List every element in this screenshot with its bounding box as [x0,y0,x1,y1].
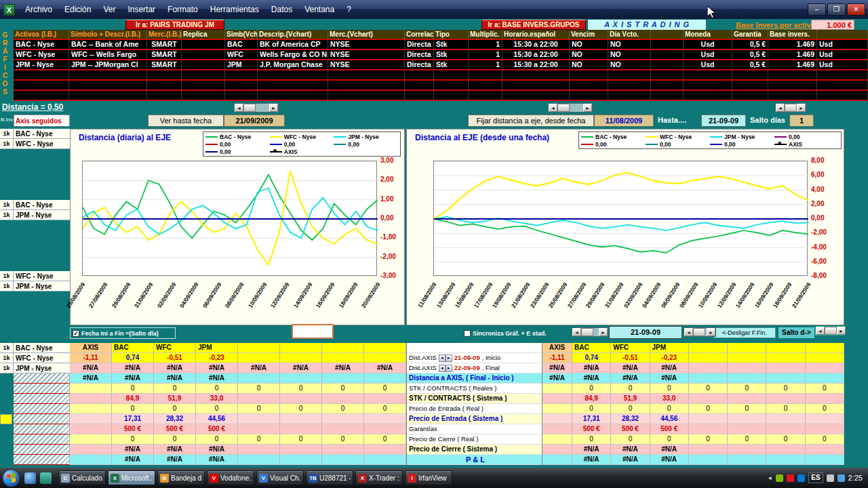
taskbar-button[interactable]: IIrfanView [405,470,452,485]
sincroniza-checkbox[interactable]: Sincroniza Gráf. + E stad. [461,327,563,339]
menu-item-formato[interactable]: Formato [161,2,204,17]
spin-right-icon[interactable]: ► [446,365,452,372]
sync-date-input[interactable]: 21-09-09 [609,326,682,339]
close-button[interactable]: ✕ [847,3,865,16]
scroll-left-icon[interactable]: ◄ [684,328,693,336]
stat-cell [280,373,322,384]
scrollbar[interactable]: ◄► [548,103,593,113]
taskbar-button[interactable]: XX-Trader :... [355,470,403,485]
stat-row-label: STK / CONTRACTS ( Sistema ) [407,394,542,404]
goto-base-invers-button[interactable]: Ir a: BASE INVERS.GRUPOS [481,20,586,30]
base-invers-value-cell[interactable]: 1.000 € [811,20,854,30]
fijar-distancia-input[interactable]: 11/08/2009 [594,115,654,127]
axis-trading-banner: A X I S T R A D I N G [587,19,707,30]
scroll-left-icon[interactable]: ◄ [776,104,785,112]
scroll-left-icon[interactable]: ◄ [549,104,557,112]
taskbar-button[interactable]: VVisual Ch... [256,470,304,485]
stat-cell: 0 [689,434,728,445]
scroll-right-icon[interactable]: ► [837,327,846,335]
date-spinner[interactable]: ◄► [439,365,452,372]
taskbar-button[interactable]: CCalculado... [58,470,106,485]
scroll-right-icon[interactable]: ► [599,328,608,336]
menu-item-edicin[interactable]: Edición [58,2,97,17]
taskbar-button[interactable]: BBandeja d... [157,470,205,485]
scroll-thumb[interactable] [693,328,705,336]
taskbar-button[interactable]: XMicrosoft... [108,470,155,485]
pair-name: BAC - Nyse [14,129,70,138]
fecha-ini-fin-checkbox[interactable]: ✓ Fecha Ini a Fin =(Salto día) [70,327,176,339]
spin-right-icon[interactable]: ► [446,354,452,362]
stat-cell: 500 € [196,424,238,434]
scroll-track[interactable] [581,328,599,336]
table-cell [817,91,868,101]
scroll-left-icon[interactable]: ◄ [816,327,825,335]
scroll-right-icon[interactable]: ► [583,104,592,112]
scroll-thumb[interactable] [581,328,593,336]
menu-item-datos[interactable]: Datos [265,2,298,17]
selected-cell[interactable] [292,324,334,339]
desligar-ffin-button[interactable]: <-Desligar F.Fin. [713,327,776,338]
quick-launch-desktop-icon[interactable] [40,472,52,484]
menu-item-ver[interactable]: Ver [97,2,121,17]
menu-item-?[interactable]: ? [340,2,357,17]
legend-item: 0,00 [334,140,398,148]
scroll-track[interactable] [693,328,707,336]
taskbar-button[interactable]: VVodafone... [207,470,254,485]
clock[interactable]: 2:25 [848,474,863,482]
scrollbar[interactable]: ◄► [572,327,608,337]
table-cell: NO [608,50,651,60]
scroll-thumb[interactable] [785,104,797,112]
scroll-track[interactable] [785,104,797,112]
spin-left-icon[interactable]: ◄ [439,354,446,362]
scroll-thumb[interactable] [825,327,837,335]
date-spinner[interactable]: ◄► [439,354,452,362]
salto-dias-input[interactable]: 1 [789,115,814,127]
stat-cell: #N/A [542,373,572,384]
checkbox-unchecked-icon[interactable] [464,330,471,337]
stat-cell: #N/A [322,363,364,373]
table-cell: 1.469 [768,60,817,70]
scroll-left-icon[interactable]: ◄ [572,328,581,336]
table-cell: Usd [817,40,868,50]
scroll-right-icon[interactable]: ► [269,104,278,112]
network-icon[interactable] [837,474,845,482]
menu-item-herramientas[interactable]: Herramientas [204,2,265,17]
scrollbar[interactable]: ◄► [815,326,845,336]
date-value[interactable]: 22-09-09 [454,363,480,373]
date-value[interactable]: 21-09-09 [454,353,480,363]
tray-icon-red[interactable] [787,474,794,482]
spin-left-icon[interactable]: ◄ [439,365,446,372]
table-cell: 1 [469,40,502,50]
checkbox-checked-icon[interactable]: ✓ [73,330,79,337]
restore-button[interactable]: ❐ [827,3,846,16]
quick-launch-ie-icon[interactable] [24,472,36,484]
scrollbar[interactable]: ◄► [234,103,279,113]
ver-hasta-fecha-input[interactable]: 21/09/2009 [224,115,285,127]
tray-icon-green[interactable] [776,474,783,482]
table-cell [817,81,868,91]
scroll-thumb[interactable] [243,104,256,112]
menu-item-archivo[interactable]: Archivo [19,2,58,17]
scroll-right-icon[interactable]: ► [797,104,806,112]
goto-pairs-trading-button[interactable]: Ir a: PAIRS TRADING JM [125,20,224,30]
scroll-track[interactable] [557,104,583,112]
scrollbar[interactable]: ◄► [775,103,806,113]
scrollbar[interactable]: ◄► [684,327,716,337]
scroll-right-icon[interactable]: ► [707,328,715,336]
tray-expand-icon[interactable]: ◄ [767,475,772,481]
table-cell [258,81,328,91]
menu-item-ventana[interactable]: Ventana [298,2,340,17]
menu-item-insertar[interactable]: Insertar [121,2,161,17]
scroll-thumb[interactable] [557,104,570,112]
volume-icon[interactable] [827,474,834,482]
scroll-track[interactable] [825,327,837,335]
scroll-left-icon[interactable]: ◄ [235,104,243,112]
taskbar-button[interactable]: TBU288721 -... [306,470,353,485]
language-indicator[interactable]: ES [808,472,823,483]
minimize-button[interactable]: – [808,3,826,16]
scroll-track[interactable] [243,104,269,112]
pair-row: 1kBAC - Nyse [0,129,70,139]
start-button[interactable] [2,469,20,487]
hasta-input[interactable]: 21-09-09 [701,115,746,127]
tray-icon-blue[interactable] [797,474,805,482]
